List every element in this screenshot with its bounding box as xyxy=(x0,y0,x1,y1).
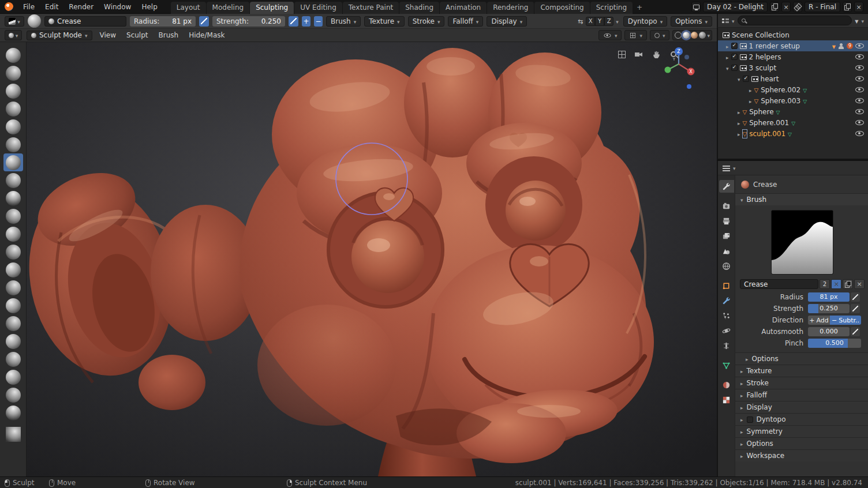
tab-physics[interactable] xyxy=(719,324,734,337)
tab-constraints[interactable] xyxy=(719,339,734,352)
brush-flatten[interactable] xyxy=(3,189,23,207)
brush-slide-relax[interactable] xyxy=(3,386,23,404)
brush-clay-strips[interactable] xyxy=(3,82,23,100)
texture-dropdown[interactable]: Texture xyxy=(364,16,404,27)
workspace-tab-texture-paint[interactable]: Texture Paint xyxy=(343,2,399,14)
tab-modifiers[interactable] xyxy=(719,294,734,307)
tab-scene[interactable] xyxy=(719,245,734,257)
tab-object[interactable] xyxy=(719,279,734,292)
direction-add-button[interactable]: + xyxy=(302,16,310,27)
object-row-sphere-001[interactable]: Sphere.001 xyxy=(718,117,868,128)
brush-nudge[interactable] xyxy=(3,350,23,368)
fake-user-shield-button[interactable] xyxy=(831,279,841,289)
restriction-filter-icon[interactable] xyxy=(832,42,836,50)
overlays-dropdown[interactable] xyxy=(650,30,670,40)
object-row-sphere-002[interactable]: Sphere.002 xyxy=(718,84,868,95)
menu-hide-mask[interactable]: Hide/Mask xyxy=(186,31,227,39)
brush-inflate[interactable] xyxy=(3,118,23,136)
brush-snake-hook[interactable] xyxy=(3,296,23,314)
navigation-gizmo[interactable]: Z X Y xyxy=(660,44,697,81)
symmetry-panel-header[interactable]: Symmetry xyxy=(735,425,868,437)
expand-icon[interactable] xyxy=(726,42,729,50)
expand-icon[interactable] xyxy=(738,130,740,138)
brush-crease[interactable] xyxy=(3,153,23,171)
hide-toggle-eye-icon[interactable] xyxy=(855,87,864,92)
distant-sphere-object[interactable] xyxy=(687,84,691,89)
outliner-editor-icon[interactable] xyxy=(722,18,729,24)
rendered-shading-button[interactable] xyxy=(699,32,706,39)
mode-selector[interactable]: Sculpt Mode xyxy=(27,31,92,40)
dyntopo-dropdown[interactable]: Dyntopo xyxy=(623,16,667,27)
brush-pinch[interactable] xyxy=(3,243,23,261)
hide-toggle-eye-icon[interactable] xyxy=(855,43,864,48)
options-panel-header[interactable]: Options xyxy=(735,437,868,449)
mirror-x-toggle[interactable]: X xyxy=(586,17,595,26)
dyntopo-checkbox[interactable] xyxy=(747,416,753,423)
collection-row-render-setup[interactable]: 1 render setup 9 xyxy=(718,40,868,51)
tab-object-data[interactable] xyxy=(719,359,734,371)
dyntopo-panel-header[interactable]: Dyntopo xyxy=(735,413,868,425)
axis-neg-dot[interactable] xyxy=(684,55,689,59)
expand-icon[interactable] xyxy=(749,97,752,105)
options-subpanel-header[interactable]: Options xyxy=(735,352,868,365)
brush-layer[interactable] xyxy=(3,100,23,118)
tab-particles[interactable] xyxy=(719,309,734,322)
menu-window[interactable]: Window xyxy=(99,0,136,14)
collection-checkbox[interactable] xyxy=(731,43,738,49)
menu-sculpt[interactable]: Sculpt xyxy=(124,31,151,39)
properties-editor-icon[interactable] xyxy=(723,165,730,171)
stroke-dropdown[interactable]: Stroke xyxy=(408,16,445,27)
radius-animate-button[interactable] xyxy=(851,292,860,302)
brush-smooth[interactable] xyxy=(3,171,23,189)
radius-slider[interactable]: 81 px xyxy=(808,292,850,302)
brush-datablock-dropdown[interactable] xyxy=(5,16,24,27)
view-layer-browse-button[interactable] xyxy=(793,2,802,12)
editor-type-dropdown[interactable] xyxy=(5,30,22,40)
hide-toggle-eye-icon[interactable] xyxy=(855,65,864,70)
menu-view[interactable]: View xyxy=(97,31,119,39)
brush-grab[interactable] xyxy=(3,261,23,279)
brush-draw[interactable] xyxy=(3,46,23,64)
workspace-tab-sculpting[interactable]: Sculpting xyxy=(250,2,294,14)
falloff-dropdown[interactable]: Falloff xyxy=(448,16,483,27)
toggle-perspective-button[interactable] xyxy=(616,49,627,59)
hide-toggle-eye-icon[interactable] xyxy=(855,98,864,103)
pinch-slider[interactable]: 0.500 xyxy=(808,339,861,348)
brush-elastic-deform[interactable] xyxy=(3,279,23,296)
outliner-search-input[interactable] xyxy=(738,16,852,25)
object-row-sphere-003[interactable]: Sphere.003 xyxy=(718,95,868,106)
hide-toggle-eye-icon[interactable] xyxy=(855,120,864,125)
tool-annotate[interactable] xyxy=(3,425,23,443)
mirror-y-toggle[interactable]: Y xyxy=(595,17,604,26)
stroke-panel-header[interactable]: Stroke xyxy=(735,377,868,389)
collapse-icon[interactable] xyxy=(726,64,729,72)
strength-slider[interactable]: Strength: 0.250 xyxy=(212,16,285,27)
sculpt-scene-canvas[interactable] xyxy=(27,42,717,476)
brush-panel-header[interactable]: Brush xyxy=(735,193,868,205)
collection-row-sculpt[interactable]: 3 sculpt xyxy=(718,62,868,73)
tab-render[interactable] xyxy=(719,200,734,212)
workspace-tab-rendering[interactable]: Rendering xyxy=(487,2,534,14)
brush-rotate[interactable] xyxy=(3,368,23,386)
brush-name-input[interactable]: Crease xyxy=(740,279,818,289)
blender-logo-icon[interactable] xyxy=(5,2,13,11)
collection-row-heart[interactable]: heart xyxy=(718,73,868,84)
brush-blob[interactable] xyxy=(3,136,23,153)
tab-texture[interactable] xyxy=(719,393,734,406)
new-copy-button[interactable] xyxy=(843,279,853,289)
tab-material[interactable] xyxy=(719,378,734,391)
brush-thumbnail[interactable] xyxy=(28,14,41,28)
camera-view-button[interactable] xyxy=(634,49,644,59)
brush-thumb[interactable] xyxy=(3,314,23,332)
brush-fill[interactable] xyxy=(3,207,23,225)
object-row-sphere[interactable]: Sphere xyxy=(718,106,868,117)
autosmooth-slider[interactable]: 0.000 xyxy=(808,327,850,336)
display-panel-header[interactable]: Display xyxy=(735,401,868,413)
direction-subtract-button[interactable]: − xyxy=(314,16,323,27)
menu-edit[interactable]: Edit xyxy=(40,0,63,14)
strength-animate-button[interactable] xyxy=(851,304,860,313)
brush-name-field[interactable]: Crease xyxy=(44,16,126,27)
hide-toggle-eye-icon[interactable] xyxy=(855,109,864,114)
brush-pose[interactable] xyxy=(3,332,23,350)
scene-selector[interactable]: Day 02 - Delight xyxy=(703,2,768,12)
